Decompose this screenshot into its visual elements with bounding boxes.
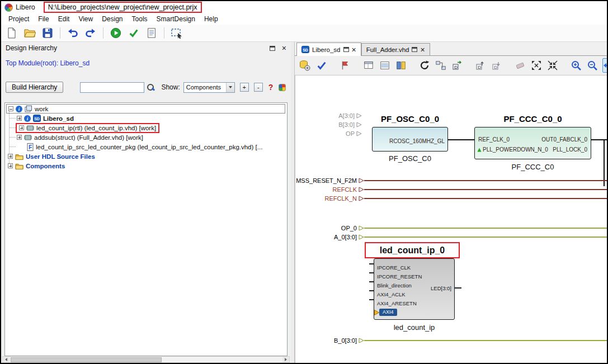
check-design-rules-button[interactable] (315, 58, 328, 73)
connect-mode-button[interactable] (435, 58, 447, 73)
a0-wire (364, 237, 607, 238)
editor-panel: SD Libero_sd Full_Adder.vhd (295, 42, 607, 363)
scroll-right-icon[interactable] (282, 357, 289, 362)
menu-help[interactable]: Help (200, 14, 222, 24)
panel-splitter[interactable] (291, 42, 295, 363)
smartdesign-canvas[interactable]: A[3:0] B[3:0] OP PF_OSC_C0_0 RCOSC_160MH… (295, 75, 607, 363)
tab-libero-sd[interactable]: SD Libero_sd (296, 42, 361, 56)
collapse-all-button[interactable]: - (254, 83, 263, 92)
save-button[interactable] (40, 26, 55, 40)
main-toolbar (1, 25, 607, 42)
menu-design[interactable]: Design (98, 14, 126, 24)
signal-label-mss-reset[interactable]: MSS_RESET_N_F2M (295, 177, 357, 184)
b0-wire (364, 340, 607, 341)
float-panel-icon[interactable] (270, 46, 275, 51)
refresh-button[interactable] (418, 58, 431, 73)
pan-mode-button[interactable] (602, 58, 608, 73)
menu-tools[interactable]: Tools (128, 14, 152, 24)
build-hierarchy-button[interactable]: Build Hierarchy (6, 82, 63, 93)
undo-button[interactable] (65, 26, 80, 40)
add-note-button[interactable] (339, 58, 351, 73)
verify-button[interactable] (126, 26, 141, 40)
tree-row-led-count-ip[interactable]: led_count_ip(rtl) (led_count_ip.vhd) [wo… (6, 123, 285, 133)
menu-file[interactable]: File (34, 14, 53, 24)
signal-label-refclk-n[interactable]: REFCLK_N (295, 195, 357, 202)
chevron-down-icon[interactable] (226, 83, 234, 92)
auto-arrange-button[interactable] (362, 58, 375, 73)
pf-osc-block[interactable]: RCOSC_160MHZ_GL (372, 127, 448, 152)
close-panel-icon[interactable] (282, 45, 286, 51)
menu-edit[interactable]: Edit (54, 14, 74, 24)
redo-button[interactable] (83, 26, 98, 40)
collapse-arrows-icon (547, 60, 558, 71)
app-title: Libero (16, 3, 35, 11)
main-area: Design Hierarchy Top Module(root): Liber… (1, 42, 607, 363)
menu-view[interactable]: View (74, 14, 97, 24)
refclk-wire (364, 189, 607, 190)
tree-row-led-counter-pkg[interactable]: F led_count_ip_src_led_counter_pkg (led_… (6, 142, 285, 152)
port-label-op[interactable]: OP (318, 130, 355, 137)
port-label-a[interactable]: A[3:0] (318, 112, 355, 119)
maximize-view-button[interactable] (530, 58, 543, 73)
title-bar: Libero N:\Libero_projects\new_project\ne… (1, 1, 607, 13)
horizontal-scrollbar[interactable] (2, 356, 290, 363)
expand-expander-icon[interactable] (17, 116, 22, 121)
tree-row-components[interactable]: Components (6, 161, 285, 171)
float-tab-icon[interactable] (343, 47, 349, 52)
open-project-button[interactable] (22, 26, 37, 40)
search-icon[interactable] (147, 83, 154, 91)
tree-row-work[interactable]: i work (6, 104, 285, 114)
scrollbar-thumb[interactable] (11, 357, 162, 362)
signal-label-refclk[interactable]: REFCLK (295, 186, 357, 193)
tree-label: Libero_sd (43, 115, 74, 122)
expand-expander-icon[interactable] (17, 135, 22, 140)
promote-to-top-button[interactable]: D (451, 58, 463, 73)
op0-wire (364, 228, 607, 229)
float-tab-icon[interactable] (412, 47, 417, 52)
customize-icon[interactable] (279, 84, 286, 91)
expand-expander-icon[interactable] (19, 125, 24, 130)
run-icon (110, 27, 121, 39)
unpromote-pin-button[interactable]: D (491, 58, 503, 73)
menu-smartdesign[interactable]: SmartDesign (153, 14, 199, 24)
expand-expander-icon[interactable] (8, 163, 13, 168)
signal-label-op0[interactable]: OP_0 (295, 225, 357, 231)
signal-label-a0[interactable]: A_0[3:0] (295, 234, 357, 240)
demote-pin-button[interactable]: D (474, 58, 487, 73)
port-label-b[interactable]: B[3:0] (318, 121, 355, 128)
menu-project[interactable]: Project (4, 14, 33, 24)
generate-component-button[interactable] (298, 58, 312, 73)
help-button[interactable]: ? (268, 83, 274, 92)
pf-ccc-block[interactable]: REF_CLK_0 PLL_POWERDOWN_N_0 OUT0_FABCLK_… (474, 127, 591, 159)
show-grid-button[interactable] (379, 58, 391, 73)
signal-label-b0[interactable]: B_0[3:0] (295, 337, 357, 344)
collapse-expander-icon[interactable] (8, 106, 13, 111)
show-label: Show: (161, 83, 180, 91)
new-document-button[interactable] (4, 26, 19, 40)
block-port: Blink_direction (377, 282, 412, 289)
report-button[interactable] (144, 26, 159, 40)
led-count-ip-block[interactable]: IPCORE_CLK IPCORE_RESETN Blink_direction… (374, 258, 455, 320)
zoom-in-button[interactable] (570, 58, 582, 73)
show-dropdown[interactable]: Components (183, 82, 235, 93)
restore-view-button[interactable] (546, 58, 559, 73)
folder-icon (15, 163, 23, 169)
expand-all-button[interactable]: + (240, 83, 249, 92)
tree-row-addsub[interactable]: addsub(struct) (Full_Adder.vhd) [work] (6, 133, 285, 142)
tree-row-user-hdl[interactable]: User HDL Source Files (6, 152, 285, 161)
zoom-out-button[interactable] (586, 58, 598, 73)
delete-button[interactable] (514, 58, 526, 73)
scroll-left-icon[interactable] (3, 357, 10, 362)
port-arrow-icon (359, 187, 364, 192)
route-nets-button[interactable] (395, 58, 407, 73)
select-area-button[interactable] (169, 26, 184, 40)
tree-row-libero-sd[interactable]: i SD Libero_sd (6, 114, 285, 123)
tab-full-adder[interactable]: Full_Adder.vhd (361, 43, 430, 55)
expand-expander-icon[interactable] (8, 154, 13, 159)
info-icon: i (16, 106, 22, 112)
mss-reset-wire (364, 180, 607, 181)
close-tab-icon[interactable] (420, 47, 425, 53)
close-tab-icon[interactable] (352, 47, 356, 53)
run-button[interactable] (109, 26, 123, 40)
hierarchy-search-input[interactable] (80, 82, 144, 93)
